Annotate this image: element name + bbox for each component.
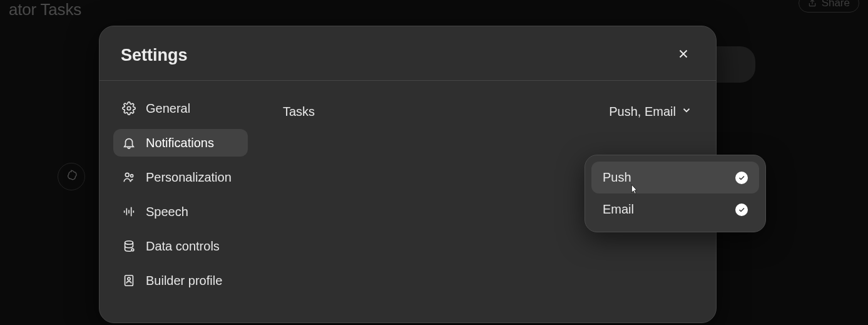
sidebar-item-label: Notifications: [146, 137, 214, 149]
sidebar-item-label: General: [146, 102, 190, 115]
sidebar-item-general[interactable]: General: [113, 95, 248, 122]
sidebar-item-personalization[interactable]: Personalization: [113, 163, 248, 191]
sidebar-item-label: Speech: [146, 205, 188, 218]
dropdown-option-label: Email: [603, 202, 634, 217]
svg-point-1: [125, 173, 129, 177]
background-header: ator Tasks Share: [0, 0, 868, 23]
profile-card-icon: [122, 274, 136, 287]
modal-header: Settings: [100, 26, 716, 81]
svg-point-0: [127, 106, 131, 110]
gear-icon: [122, 101, 136, 115]
breadcrumb: ator Tasks: [9, 0, 81, 19]
setting-row-tasks: Tasks Push, Email: [283, 102, 693, 121]
svg-point-6: [128, 277, 130, 280]
tasks-dropdown-trigger[interactable]: Push, Email: [608, 102, 693, 121]
openai-logo-icon: [64, 168, 78, 185]
bell-icon: [122, 136, 136, 150]
setting-row-label: Tasks: [283, 105, 315, 119]
sidebar-item-data-controls[interactable]: Data controls: [113, 232, 248, 260]
waveform-icon: [122, 205, 136, 219]
sidebar-item-builder-profile[interactable]: Builder profile: [113, 267, 248, 294]
database-icon: [122, 239, 136, 253]
sidebar-item-label: Data controls: [146, 240, 220, 252]
sidebar-item-label: Builder profile: [146, 274, 222, 287]
tasks-dropdown-menu: Push Email: [585, 155, 766, 232]
dropdown-option-email[interactable]: Email: [591, 193, 759, 225]
dropdown-option-push[interactable]: Push: [591, 162, 759, 193]
dropdown-selected-value: Push, Email: [609, 105, 676, 119]
close-icon: [677, 47, 690, 63]
dropdown-option-label: Push: [603, 170, 631, 185]
svg-point-4: [131, 249, 134, 251]
sidebar-item-label: Personalization: [146, 171, 232, 183]
sidebar-item-notifications[interactable]: Notifications: [113, 129, 248, 157]
chevron-down-icon: [681, 105, 692, 119]
modal-title: Settings: [121, 46, 188, 65]
share-label: Share: [822, 0, 850, 9]
sidebar-item-speech[interactable]: Speech: [113, 198, 248, 225]
check-icon: [735, 204, 748, 216]
check-icon: [735, 172, 748, 184]
share-button[interactable]: Share: [799, 0, 859, 13]
assistant-avatar: [58, 163, 85, 190]
svg-point-2: [131, 175, 133, 177]
settings-sidebar: General Notifications Personalization Sp…: [100, 81, 262, 322]
svg-point-3: [125, 241, 133, 245]
people-icon: [122, 170, 136, 184]
close-button[interactable]: [672, 44, 695, 66]
